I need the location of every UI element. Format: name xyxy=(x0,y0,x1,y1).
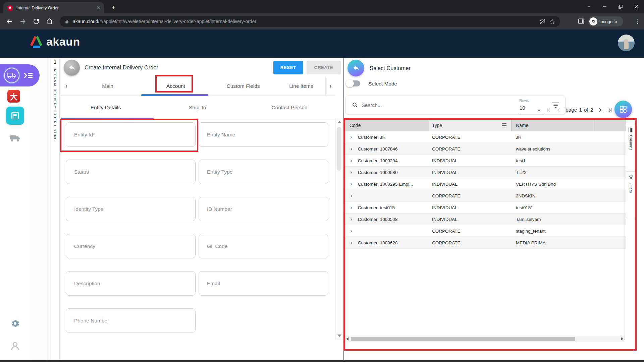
form-subtab[interactable]: Ship To xyxy=(152,96,244,119)
collapse-menu-icon[interactable] xyxy=(23,72,34,79)
entity-details-form: Entity Id*Entity NameStatusEntity TypeId… xyxy=(66,122,329,333)
profile-person-icon[interactable] xyxy=(10,341,20,353)
url-bar[interactable]: akaun.cloud/#/applet/tnt/wavelet/erp/int… xyxy=(60,16,560,27)
reload-icon[interactable] xyxy=(32,17,40,25)
form-tab[interactable]: Custom Fields xyxy=(209,76,277,96)
browser-window: A Internal Delivery Order ✕ + akaun.clou… xyxy=(0,0,644,362)
form-field[interactable]: Identity Type xyxy=(66,197,196,221)
browser-menu-icon[interactable]: ⋮ xyxy=(635,17,641,25)
form-field[interactable]: Phone Number xyxy=(66,308,196,333)
sidebar-item-truck-muted[interactable] xyxy=(9,133,21,144)
field-placeholder: Entity Type xyxy=(207,169,232,175)
first-page-button[interactable] xyxy=(546,107,552,113)
form-field[interactable]: Entity Name xyxy=(199,122,328,147)
sidebar-secondary-strip xyxy=(32,58,50,362)
eye-off-icon[interactable] xyxy=(539,18,546,25)
form-subtab[interactable]: Entity Details xyxy=(60,96,152,119)
form-field[interactable]: Currency xyxy=(66,234,196,258)
field-placeholder: Email xyxy=(207,281,220,287)
current-page: 1 xyxy=(579,107,582,113)
incognito-label: Incognito xyxy=(599,19,617,24)
last-page-button[interactable] xyxy=(607,107,613,113)
list-document-icon xyxy=(10,111,20,120)
form-field[interactable]: Status xyxy=(66,160,196,184)
field-placeholder: GL Code xyxy=(207,243,227,249)
bookmark-star-icon[interactable] xyxy=(549,18,555,25)
akaun-logo: akaun xyxy=(29,35,80,48)
tab-search-chevron-icon[interactable] xyxy=(581,0,597,13)
picker-back-button[interactable] xyxy=(347,60,364,76)
rows-per-page-select[interactable]: 10 xyxy=(520,105,525,111)
toggle-knob[interactable] xyxy=(346,79,354,87)
back-nav-icon[interactable] xyxy=(5,17,13,25)
rows-dropdown-caret-icon[interactable] xyxy=(537,110,541,112)
form-subtab[interactable]: Contact Person xyxy=(244,96,335,119)
form-field[interactable]: GL Code xyxy=(199,234,328,258)
side-panel-icon[interactable] xyxy=(578,17,586,25)
back-arrow-icon xyxy=(68,64,76,72)
reset-button[interactable]: RESET xyxy=(273,61,303,74)
browser-tab[interactable]: A Internal Delivery Order ✕ xyxy=(3,2,104,13)
form-tab[interactable]: Main xyxy=(73,76,142,96)
maximize-button[interactable] xyxy=(612,0,628,13)
window-controls xyxy=(581,0,644,13)
settings-gear-icon[interactable] xyxy=(10,318,20,330)
url-text: akaun.cloud/#/applet/tnt/wavelet/erp/int… xyxy=(73,19,256,24)
sidebar-item-delivery-applet[interactable] xyxy=(0,64,40,86)
delivery-truck-icon xyxy=(4,68,19,83)
pagination: page1of2 xyxy=(546,105,613,115)
field-placeholder: Description xyxy=(74,281,100,287)
lock-icon xyxy=(64,19,69,24)
select-mode-label: Select Mode xyxy=(368,81,397,87)
user-avatar[interactable] xyxy=(618,35,635,51)
form-field[interactable]: Description xyxy=(66,271,196,296)
listing-label: INTERNAL DELIVERY ORDER LISTING xyxy=(53,68,57,141)
sidebar-item-listing-app[interactable] xyxy=(6,107,24,125)
listing-index: 1 xyxy=(50,59,60,65)
form-field[interactable]: ID Number xyxy=(199,197,328,221)
page-indicator: page1of2 xyxy=(566,107,593,113)
close-window-button[interactable] xyxy=(628,0,644,13)
form-back-button[interactable] xyxy=(64,60,80,76)
create-button[interactable]: CREATE xyxy=(307,61,341,74)
form-subtab-label: Entity Details xyxy=(91,105,121,111)
app-navbar xyxy=(0,29,644,58)
forward-nav-icon[interactable] xyxy=(19,17,27,25)
annotation-box-customer-table xyxy=(343,118,637,351)
prev-page-button[interactable] xyxy=(556,107,561,113)
new-tab-button[interactable]: + xyxy=(109,3,118,12)
form-tab[interactable]: Line Items xyxy=(277,76,325,96)
window-bottom-edge xyxy=(0,360,644,362)
truck-muted-icon xyxy=(9,133,21,143)
scrollbar-thumb[interactable] xyxy=(337,127,341,171)
grid-view-button[interactable] xyxy=(614,101,632,118)
akaun-triangle-icon xyxy=(29,35,44,48)
form-subtab-bar: Entity DetailsShip ToContact Person xyxy=(60,96,335,119)
form-scrollbar[interactable] xyxy=(335,118,343,340)
tabs-next-chevron-icon[interactable]: › xyxy=(325,76,335,96)
form-tab-bar: ‹ MainAccountCustom FieldsLine Items› xyxy=(60,76,335,96)
listing-strip: 1 INTERNAL DELIVERY ORDER LISTING xyxy=(50,58,60,362)
form-field[interactable]: Entity Type xyxy=(199,160,328,184)
form-subtab-label: Contact Person xyxy=(272,105,308,111)
app-sidebar xyxy=(0,58,32,362)
total-pages: 2 xyxy=(590,107,593,113)
field-placeholder: Entity Name xyxy=(207,132,235,138)
sidebar-item-red-app[interactable]: 大 xyxy=(7,90,20,103)
tab-close-icon[interactable]: ✕ xyxy=(96,5,101,11)
brand-name: akaun xyxy=(46,35,80,48)
tab-title: Internal Delivery Order xyxy=(16,6,93,10)
picker-title: Select Customer xyxy=(370,65,411,71)
scroll-up-icon[interactable] xyxy=(337,121,341,123)
form-field[interactable]: Email xyxy=(199,271,328,296)
select-mode-toggle[interactable] xyxy=(347,80,360,86)
minimize-button[interactable] xyxy=(597,0,612,13)
tabs-prev-chevron-icon[interactable]: ‹ xyxy=(60,76,73,96)
scroll-down-icon[interactable] xyxy=(337,335,341,337)
search-bar[interactable] xyxy=(345,96,566,115)
annotation-box-account-tab xyxy=(155,75,193,93)
field-placeholder: Identity Type xyxy=(74,206,104,212)
field-placeholder: Currency xyxy=(74,243,95,249)
next-page-button[interactable] xyxy=(597,107,603,113)
home-icon[interactable] xyxy=(46,17,54,25)
